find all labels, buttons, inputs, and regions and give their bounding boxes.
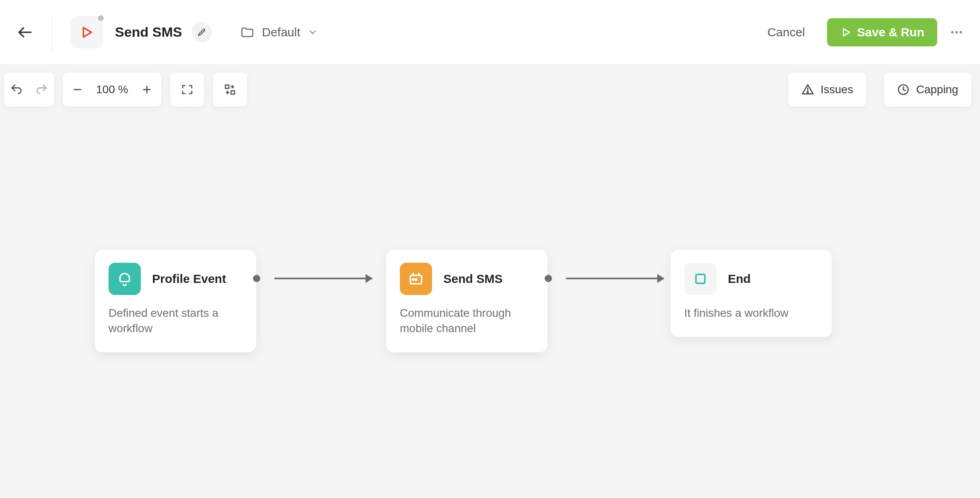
layout-icon (223, 83, 237, 96)
undo-icon (10, 83, 23, 96)
fit-screen-button[interactable] (170, 73, 204, 107)
workflow-canvas[interactable]: Profile Event Defined event starts a wor… (0, 107, 980, 492)
node-header: Profile Event (109, 263, 242, 295)
node-title: Send SMS (443, 272, 503, 286)
edit-title-button[interactable] (192, 22, 212, 42)
issues-button[interactable]: Issues (788, 73, 866, 107)
redo-button[interactable] (29, 73, 54, 107)
cancel-button[interactable]: Cancel (767, 25, 805, 39)
fit-group (170, 73, 204, 107)
warning-icon (801, 83, 814, 96)
folder-icon (240, 25, 255, 40)
connector-dot[interactable] (253, 275, 260, 282)
zoom-level: 100 % (92, 83, 132, 96)
auto-layout-button[interactable] (213, 73, 247, 107)
layout-group (213, 73, 247, 107)
arrow-left-icon (16, 23, 34, 41)
workflow-logo (71, 16, 103, 48)
svg-rect-15 (696, 274, 705, 283)
folder-select[interactable]: Default (240, 25, 318, 40)
chevron-down-icon (307, 27, 318, 38)
play-triangle-icon (79, 24, 95, 40)
node-desc: It finishes a workflow (684, 305, 818, 321)
zoom-out-button[interactable] (63, 73, 92, 107)
canvas-toolbar: 100 % Issues Capping (0, 65, 980, 107)
node-title: End (728, 272, 751, 286)
node-desc: Communicate through mobile channel (400, 305, 534, 336)
svg-point-13 (412, 279, 414, 280)
back-wrap (16, 14, 52, 50)
zoom-group: 100 % (63, 73, 161, 107)
status-dot-icon (98, 15, 104, 21)
back-button[interactable] (16, 23, 34, 41)
sms-icon (400, 263, 432, 295)
node-send-sms[interactable]: Send SMS Communicate through mobile chan… (386, 250, 547, 352)
node-title: Profile Event (152, 272, 226, 286)
stop-icon (684, 263, 717, 295)
save-and-run-button[interactable]: Save & Run (827, 18, 937, 46)
save-label: Save & Run (857, 25, 924, 39)
svg-point-1 (951, 31, 954, 33)
bell-icon (109, 263, 141, 295)
undo-button[interactable] (4, 73, 29, 107)
workflow-title: Send SMS (115, 24, 182, 40)
redo-icon (35, 83, 48, 96)
svg-point-2 (955, 31, 958, 33)
history-group (4, 73, 54, 107)
svg-point-3 (960, 31, 962, 33)
folder-label: Default (262, 25, 300, 39)
svg-point-14 (415, 279, 417, 280)
pencil-icon (197, 27, 207, 37)
capping-label: Capping (916, 83, 958, 96)
minus-icon (72, 84, 83, 95)
more-horizontal-icon (949, 25, 964, 40)
node-end[interactable]: End It finishes a workflow (671, 250, 832, 337)
header-bar: Send SMS Default Cancel Save & Run (0, 0, 980, 65)
capping-button[interactable]: Capping (884, 73, 971, 107)
more-menu-button[interactable] (949, 25, 964, 40)
play-icon (840, 26, 852, 38)
svg-rect-8 (231, 91, 235, 94)
node-header: Send SMS (400, 263, 534, 295)
zoom-in-button[interactable] (132, 73, 161, 107)
svg-rect-7 (226, 85, 229, 89)
connector-dot[interactable] (545, 275, 552, 282)
connector-arrow (566, 278, 664, 279)
node-header: End (684, 263, 818, 295)
node-desc: Defined event starts a workflow (109, 305, 242, 336)
connector-arrow (274, 278, 372, 279)
plus-icon (141, 84, 153, 95)
issues-label: Issues (821, 83, 853, 96)
node-profile-event[interactable]: Profile Event Defined event starts a wor… (95, 250, 256, 352)
svg-point-10 (807, 92, 808, 93)
clock-icon (897, 83, 910, 96)
expand-icon (180, 83, 194, 96)
